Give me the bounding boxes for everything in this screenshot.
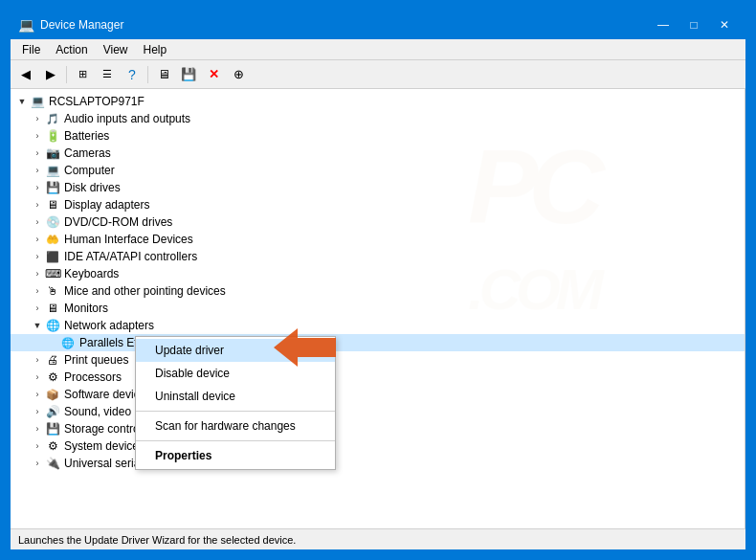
tree-item-ide[interactable]: › ⬛ IDE ATA/ATAPI controllers: [11, 248, 745, 265]
network-toggle[interactable]: ▼: [30, 321, 45, 330]
tree-item-software[interactable]: › 📦 Software devices: [11, 386, 745, 403]
system-label: System devices: [64, 439, 145, 453]
title-bar-left: 💻 Device Manager: [18, 17, 123, 33]
processors-toggle[interactable]: ›: [30, 372, 45, 382]
tree-item-dvd[interactable]: › 💿 DVD/CD-ROM drives: [11, 213, 745, 231]
batteries-toggle[interactable]: ›: [30, 131, 45, 141]
storage-toggle[interactable]: ›: [30, 424, 45, 434]
disk-icon: 💾: [45, 180, 60, 195]
tree-view[interactable]: ▼ 💻 RCSLAPTOP971F › 🎵 Audio inputs and o…: [11, 89, 745, 528]
mice-icon: 🖱: [45, 283, 60, 299]
computer-icon: 💻: [30, 94, 45, 109]
maximize-button[interactable]: □: [680, 15, 707, 34]
tree-item-network[interactable]: ▼ 🌐 Network adapters: [11, 317, 745, 334]
menu-action[interactable]: Action: [48, 41, 95, 58]
disk-button[interactable]: 💾: [177, 64, 200, 85]
software-toggle[interactable]: ›: [30, 390, 45, 399]
audio-toggle[interactable]: ›: [30, 114, 45, 123]
computer-toggle[interactable]: ›: [30, 166, 45, 175]
tree-item-system[interactable]: › ⚙ System devices: [11, 437, 745, 455]
menu-file[interactable]: File: [14, 41, 48, 58]
cameras-icon: 📷: [45, 146, 60, 161]
update-driver-button[interactable]: ☰: [96, 64, 119, 85]
ctx-disable-device[interactable]: Disable device: [136, 362, 335, 385]
help-button[interactable]: ?: [121, 64, 144, 85]
tree-item-mice[interactable]: › 🖱 Mice and other pointing devices: [11, 282, 745, 300]
dvd-icon: 💿: [45, 214, 60, 230]
menu-view[interactable]: View: [96, 41, 136, 58]
tree-item-print[interactable]: › 🖨 Print queues: [11, 351, 745, 369]
storage-icon: 💾: [45, 421, 60, 437]
hid-icon: 🤲: [45, 232, 60, 247]
title-bar-controls: — □ ✕: [650, 15, 738, 34]
content-area: ▼ 💻 RCSLAPTOP971F › 🎵 Audio inputs and o…: [11, 89, 745, 528]
tree-item-keyboards[interactable]: › ⌨ Keyboards: [11, 265, 745, 282]
tree-item-audio[interactable]: › 🎵 Audio inputs and outputs: [11, 110, 745, 127]
network-label: Network adapters: [64, 319, 154, 332]
scan-button[interactable]: ⊕: [227, 64, 250, 85]
hid-toggle[interactable]: ›: [30, 235, 45, 244]
usb-toggle[interactable]: ›: [30, 459, 45, 468]
window-title: Device Manager: [40, 18, 123, 32]
mice-toggle[interactable]: ›: [30, 286, 45, 296]
remove-button[interactable]: ✕: [202, 64, 225, 85]
close-button[interactable]: ✕: [711, 15, 738, 34]
ctx-update-driver[interactable]: Update driver: [136, 339, 335, 362]
tree-item-computer[interactable]: › 💻 Computer: [11, 162, 745, 179]
tree-root[interactable]: ▼ 💻 RCSLAPTOP971F: [11, 93, 745, 110]
ctx-scan-hardware[interactable]: Scan for hardware changes: [136, 414, 335, 437]
tree-item-storage[interactable]: › 💾 Storage controllers: [11, 420, 745, 437]
audio-label: Audio inputs and outputs: [64, 112, 190, 125]
tree-item-usb[interactable]: › 🔌 Universal serial bus controllers: [11, 455, 745, 472]
root-label: RCSLAPTOP971F: [49, 95, 145, 108]
disk-toggle[interactable]: ›: [30, 183, 45, 192]
keyboards-label: Keyboards: [64, 267, 119, 280]
monitors-toggle[interactable]: ›: [30, 303, 45, 313]
batteries-label: Batteries: [64, 129, 109, 143]
system-icon: ⚙: [45, 438, 60, 454]
ctx-separator-2: [136, 440, 335, 441]
forward-button[interactable]: ▶: [39, 64, 62, 85]
device-manager-window: 💻 Device Manager — □ ✕ File Action View …: [10, 10, 746, 550]
tree-item-sound[interactable]: › 🔊 Sound, video and game controllers: [11, 403, 745, 420]
toolbar-separator-2: [147, 66, 148, 83]
sound-toggle[interactable]: ›: [30, 407, 45, 416]
processors-icon: ⚙: [45, 370, 60, 385]
keyboards-toggle[interactable]: ›: [30, 269, 45, 279]
ctx-separator-1: [136, 411, 335, 412]
toolbar: ◀ ▶ ⊞ ☰ ? 🖥 💾 ✕ ⊕: [11, 60, 745, 89]
network-icon: 🌐: [45, 318, 60, 333]
tree-item-display[interactable]: › 🖥 Display adapters: [11, 196, 745, 213]
properties-button[interactable]: ⊞: [71, 64, 94, 85]
tree-item-monitors[interactable]: › 🖥 Monitors: [11, 300, 745, 317]
cameras-toggle[interactable]: ›: [30, 148, 45, 158]
dvd-toggle[interactable]: ›: [30, 217, 45, 227]
ide-toggle[interactable]: ›: [30, 252, 45, 261]
status-text: Launches the Update Driver Wizard for th…: [18, 534, 296, 546]
tree-item-batteries[interactable]: › 🔋 Batteries: [11, 127, 745, 145]
computer-label: Computer: [64, 164, 115, 177]
print-toggle[interactable]: ›: [30, 355, 45, 365]
monitor-button[interactable]: 🖥: [152, 64, 175, 85]
monitors-label: Monitors: [64, 302, 108, 315]
root-toggle[interactable]: ▼: [14, 97, 30, 106]
window-icon: 💻: [18, 17, 34, 33]
parallels-icon: 🌐: [60, 335, 76, 350]
back-button[interactable]: ◀: [14, 64, 37, 85]
monitors-icon: 🖥: [45, 301, 60, 316]
usb-icon: 🔌: [45, 456, 60, 471]
tree-item-disk[interactable]: › 💾 Disk drives: [11, 179, 745, 196]
tree-item-processors[interactable]: › ⚙ Processors: [11, 369, 745, 386]
minimize-button[interactable]: —: [650, 15, 677, 34]
display-icon: 🖥: [45, 197, 60, 213]
ctx-uninstall-device[interactable]: Uninstall device: [136, 385, 335, 408]
system-toggle[interactable]: ›: [30, 441, 45, 451]
tree-item-cameras[interactable]: › 📷 Cameras: [11, 145, 745, 162]
hid-label: Human Interface Devices: [64, 233, 193, 246]
menu-help[interactable]: Help: [136, 41, 175, 58]
tree-item-hid[interactable]: › 🤲 Human Interface Devices: [11, 231, 745, 248]
ctx-properties[interactable]: Properties: [136, 444, 335, 467]
display-toggle[interactable]: ›: [30, 200, 45, 210]
dvd-label: DVD/CD-ROM drives: [64, 215, 172, 229]
tree-item-parallels[interactable]: 🌐 Parallels Ethernet Adapter: [11, 334, 745, 351]
